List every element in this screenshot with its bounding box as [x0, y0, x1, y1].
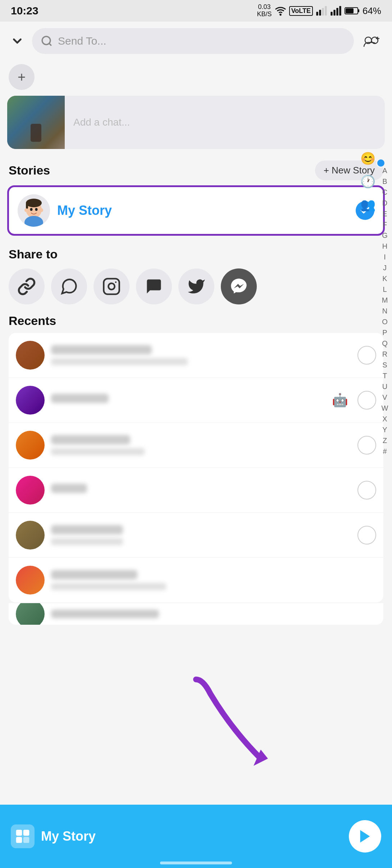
back-chevron-button[interactable]: [7, 31, 27, 51]
recent-item-partial: [9, 603, 383, 625]
avatar-illustration: [18, 194, 50, 227]
alpha-U[interactable]: U: [382, 381, 387, 392]
share-section-title: Share to: [9, 247, 383, 261]
share-messenger-button[interactable]: [221, 268, 257, 304]
messenger-icon: [229, 277, 248, 296]
alpha-T[interactable]: T: [383, 371, 387, 381]
svg-point-23: [35, 208, 38, 211]
recent-select-checkbox[interactable]: [357, 436, 376, 455]
contacts-icon[interactable]: 👥: [360, 197, 375, 212]
alpha-M[interactable]: M: [382, 295, 388, 305]
recent-item[interactable]: [9, 333, 383, 378]
alpha-V[interactable]: V: [382, 392, 387, 402]
recent-select-checkbox[interactable]: [357, 481, 376, 499]
side-icons: 😊 🕐 👥: [360, 151, 375, 212]
alpha-Q[interactable]: Q: [382, 338, 388, 348]
share-twitter-button[interactable]: [178, 268, 214, 304]
chat-thumbnail: [7, 96, 65, 149]
alpha-P[interactable]: P: [382, 327, 387, 338]
svg-point-25: [24, 208, 27, 212]
my-story-card[interactable]: My Story: [7, 185, 385, 236]
recent-sub: [51, 448, 145, 455]
alpha-R[interactable]: R: [382, 349, 387, 359]
story-icon: [11, 824, 35, 848]
alpha-X[interactable]: X: [382, 414, 387, 424]
share-instagram-button[interactable]: [94, 268, 129, 304]
alpha-D[interactable]: D: [382, 198, 387, 208]
status-bar: 10:23 0.03KB/S VoLTE: [0, 0, 392, 22]
recent-select-checkbox[interactable]: [357, 391, 376, 410]
recent-select-checkbox[interactable]: [357, 526, 376, 544]
signal-icon: [316, 5, 327, 17]
alpha-W[interactable]: W: [382, 403, 388, 413]
recent-info: [51, 570, 376, 590]
svg-line-13: [49, 44, 51, 46]
recent-name: [51, 435, 130, 444]
chat-add-row[interactable]: Add a chat...: [7, 96, 385, 149]
search-icon: [41, 35, 53, 47]
alpha-Z[interactable]: Z: [383, 435, 387, 446]
recent-avatar: [16, 521, 45, 550]
robot-emoji: 🤖: [332, 393, 348, 408]
share-section: Share to: [0, 244, 392, 311]
svg-rect-33: [23, 837, 29, 843]
recent-name: [51, 570, 137, 579]
recent-avatar: [16, 431, 45, 460]
send-button[interactable]: [349, 820, 381, 853]
svg-rect-30: [16, 830, 22, 836]
share-message-button[interactable]: [136, 268, 172, 304]
plus-button-row: +: [0, 60, 392, 96]
home-indicator: [160, 862, 232, 864]
link-icon: [17, 277, 36, 296]
alpha-A[interactable]: A: [382, 166, 387, 176]
arrow-annotation: [174, 672, 282, 774]
svg-point-22: [30, 208, 33, 211]
svg-marker-29: [254, 750, 268, 766]
my-story-avatar: [18, 194, 50, 227]
alpha-hash[interactable]: #: [383, 446, 387, 456]
recent-sub: [51, 538, 123, 545]
alpha-H[interactable]: H: [382, 241, 387, 251]
recent-item[interactable]: [9, 558, 383, 602]
alpha-I[interactable]: I: [384, 252, 386, 262]
alpha-O[interactable]: O: [382, 317, 388, 327]
alpha-N[interactable]: N: [382, 306, 387, 316]
svg-rect-5: [331, 12, 332, 16]
svg-point-0: [280, 14, 281, 15]
alpha-K[interactable]: K: [382, 273, 387, 284]
share-whatsapp-button[interactable]: [51, 268, 87, 304]
alpha-E[interactable]: E: [382, 209, 387, 219]
bottom-story-label: My Story: [41, 829, 96, 844]
alpha-J[interactable]: J: [383, 263, 387, 273]
alpha-L[interactable]: L: [383, 284, 387, 294]
search-bar[interactable]: Send To...: [32, 28, 354, 54]
recent-item[interactable]: [9, 513, 383, 558]
clock-icon[interactable]: 🕐: [360, 174, 375, 189]
recent-item[interactable]: [9, 468, 383, 513]
alpha-C[interactable]: C: [382, 187, 387, 197]
alpha-G[interactable]: G: [382, 230, 388, 240]
alpha-B[interactable]: B: [382, 176, 387, 186]
group-add-button[interactable]: [359, 31, 385, 51]
recent-name-partial: [51, 610, 159, 618]
recent-name: [51, 525, 123, 534]
my-story-label: My Story: [57, 203, 348, 218]
chat-add-placeholder: Add a chat...: [65, 117, 138, 128]
recent-avatar: [16, 386, 45, 415]
alpha-S[interactable]: S: [382, 360, 387, 370]
recent-sub: [51, 583, 166, 590]
battery-percent: 64%: [363, 5, 381, 17]
share-link-button[interactable]: [9, 268, 45, 304]
recent-sub: [51, 358, 188, 365]
recent-select-checkbox[interactable]: [357, 346, 376, 365]
recent-info: [51, 525, 351, 545]
recent-item[interactable]: [9, 423, 383, 468]
alpha-F[interactable]: F: [383, 220, 387, 230]
status-time: 10:23: [11, 5, 38, 17]
emoji-icon[interactable]: 😊: [360, 151, 375, 166]
recent-info: [51, 484, 351, 497]
recent-item[interactable]: 🤖: [9, 378, 383, 423]
alpha-Y[interactable]: Y: [382, 425, 387, 435]
stories-section-title: Stories: [9, 163, 50, 177]
new-chat-button[interactable]: +: [9, 64, 35, 90]
